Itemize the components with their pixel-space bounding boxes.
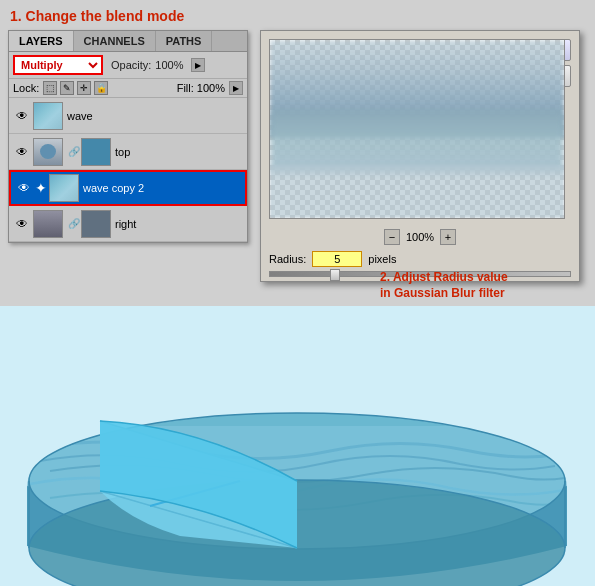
radius-label: Radius: — [269, 253, 306, 265]
layer-name-wave: wave — [67, 110, 93, 122]
layer-thumb-right — [33, 210, 63, 238]
layer-item-wave-copy-2[interactable]: 👁 ✦ wave copy 2 — [9, 170, 247, 206]
layers-panel: LAYERS CHANNELS PATHS Multiply Normal Sc… — [8, 30, 248, 243]
radius-unit: pixels — [368, 253, 396, 265]
link-icon-top[interactable]: 🔗 — [67, 145, 81, 159]
lock-label: Lock: — [13, 82, 39, 94]
lock-position-icon[interactable]: ✛ — [77, 81, 91, 95]
lock-row: Lock: ⬚ ✎ ✛ 🔒 Fill: 100% ▶ — [9, 79, 247, 98]
eye-icon-right[interactable]: 👁 — [13, 215, 31, 233]
fill-label: Fill: 100% — [177, 82, 225, 94]
dialog-preview — [269, 39, 565, 219]
layer-name-top: top — [115, 146, 130, 158]
layer-name-wave-copy-2: wave copy 2 — [83, 182, 144, 194]
zoom-in-button[interactable]: + — [440, 229, 456, 245]
opacity-arrow[interactable]: ▶ — [191, 58, 205, 72]
radius-row: Radius: pixels — [261, 247, 579, 271]
zoom-row: − 100% + — [261, 227, 579, 247]
opacity-label: Opacity: — [111, 59, 151, 71]
layer-item-wave[interactable]: 👁 wave — [9, 98, 247, 134]
annotation-radius: 2. Adjust Radius valuein Gaussian Blur f… — [380, 270, 550, 301]
layer-item-top[interactable]: 👁 🔗 top — [9, 134, 247, 170]
blend-mode-row: Multiply Normal Screen Opacity: 100% ▶ — [9, 52, 247, 79]
link-icon-right[interactable]: 🔗 — [67, 217, 81, 231]
radius-slider-thumb[interactable] — [330, 269, 340, 281]
lock-icons: ⬚ ✎ ✛ 🔒 — [43, 81, 108, 95]
lock-image-icon[interactable]: ✎ — [60, 81, 74, 95]
layer-list: 👁 wave 👁 🔗 top 👁 ✦ wave co — [9, 98, 247, 242]
layer-thumb-right-mask — [81, 210, 111, 238]
annotation-top: 1. Change the blend mode — [10, 8, 184, 24]
eye-icon-wave[interactable]: 👁 — [13, 107, 31, 125]
zoom-value: 100% — [406, 231, 434, 243]
layer-name-right: right — [115, 218, 136, 230]
preview-wave-bottom — [270, 165, 564, 218]
layer-item-right[interactable]: 👁 🔗 right — [9, 206, 247, 242]
gaussian-blur-dialog: OK Cancel ✓ Preview − 100% + Radius: pix… — [260, 30, 580, 282]
eye-icon-wave-copy-2[interactable]: 👁 — [15, 179, 33, 197]
layer-thumb-top-mask — [81, 138, 111, 166]
tab-channels[interactable]: CHANNELS — [74, 31, 156, 51]
lock-all-icon[interactable]: 🔒 — [94, 81, 108, 95]
fill-arrow[interactable]: ▶ — [229, 81, 243, 95]
preview-content — [270, 40, 564, 218]
fx-icon: ✦ — [35, 180, 47, 196]
layer-thumb-wave — [33, 102, 63, 130]
layer-thumb-wave-copy-2 — [49, 174, 79, 202]
layer-thumb-top — [33, 138, 63, 166]
radius-input[interactable] — [312, 251, 362, 267]
blend-mode-select[interactable]: Multiply Normal Screen — [13, 55, 103, 75]
tab-layers[interactable]: LAYERS — [9, 31, 74, 51]
eye-icon-top[interactable]: 👁 — [13, 143, 31, 161]
ocean-scene — [0, 306, 595, 586]
zoom-out-button[interactable]: − — [384, 229, 400, 245]
panel-tabs: LAYERS CHANNELS PATHS — [9, 31, 247, 52]
tab-paths[interactable]: PATHS — [156, 31, 213, 51]
opacity-value: 100% — [155, 59, 187, 71]
lock-transparent-icon[interactable]: ⬚ — [43, 81, 57, 95]
ocean-svg — [0, 306, 595, 586]
